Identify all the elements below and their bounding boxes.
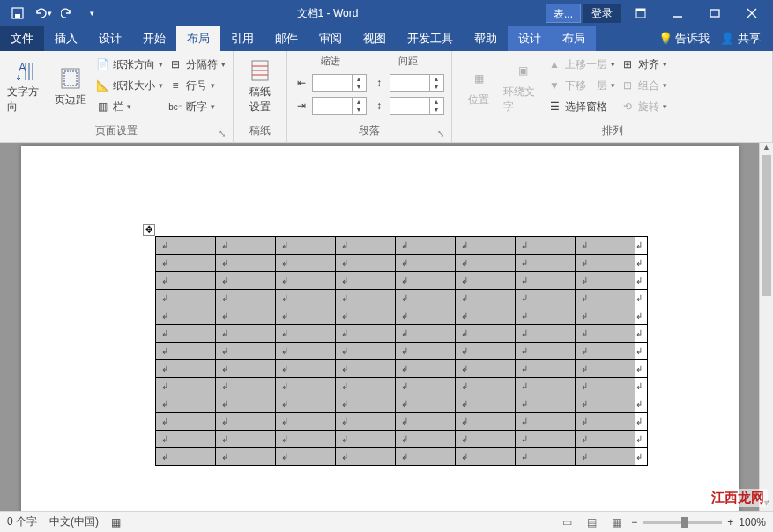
table-cell[interactable]: ↲ (216, 325, 276, 343)
table-cell[interactable]: ↲ (516, 395, 576, 413)
zoom-level[interactable]: 100% (739, 516, 766, 528)
table-cell[interactable]: ↲ (576, 290, 635, 307)
table-cell[interactable]: ↲ (516, 255, 576, 272)
table-move-handle[interactable]: ✥ (143, 224, 155, 236)
table-cell[interactable]: ↲ (276, 325, 336, 343)
orientation-button[interactable]: 📄纸张方向▾ (95, 55, 163, 74)
indent-left-input[interactable]: ▲▼ (312, 74, 367, 92)
table-cell[interactable]: ↲ (336, 272, 396, 290)
table-cell[interactable]: ↲ (156, 378, 216, 395)
table-cell[interactable]: ↲ (276, 360, 336, 378)
indent-right-input[interactable]: ▲▼ (312, 97, 367, 115)
table-cell[interactable]: ↲ (216, 395, 276, 413)
table-cell[interactable]: ↲ (156, 343, 216, 360)
zoom-out-button[interactable]: − (631, 516, 637, 528)
columns-button[interactable]: ▥栏▾ (95, 97, 163, 116)
tab-table-design[interactable]: 设计 (508, 26, 552, 51)
maximize-button[interactable] (697, 0, 732, 26)
table-cell[interactable]: ↲ (396, 395, 456, 413)
tab-references[interactable]: 引用 (220, 26, 264, 51)
group-button[interactable]: ⊡组合▾ (621, 76, 667, 95)
margins-button[interactable]: 页边距 (51, 55, 90, 118)
table-cell[interactable]: ↲ (576, 360, 635, 378)
close-button[interactable] (734, 0, 769, 26)
spacing-before-input[interactable]: ▲▼ (390, 74, 444, 92)
table-cell[interactable]: ↲ (156, 395, 216, 413)
table-cell[interactable]: ↲ (456, 448, 516, 466)
table-cell[interactable]: ↲ (396, 378, 456, 395)
table-cell[interactable]: ↲ (576, 378, 635, 395)
table-cell[interactable]: ↲ (276, 431, 336, 448)
table-cell[interactable]: ↲ (576, 395, 635, 413)
scroll-up-arrow[interactable]: ▲ (760, 143, 773, 155)
table-cell[interactable]: ↲ (576, 255, 635, 272)
table-cell[interactable]: ↲ (156, 360, 216, 378)
table-cell[interactable]: ↲ (576, 343, 635, 360)
table-cell[interactable]: ↲ (156, 431, 216, 448)
tell-me[interactable]: 💡 告诉我 (658, 31, 710, 47)
table-cell[interactable]: ↲ (456, 272, 516, 290)
table-cell[interactable]: ↲ (576, 325, 635, 343)
table-cell[interactable]: ↲ (516, 272, 576, 290)
breaks-button[interactable]: ⊟分隔符▾ (168, 55, 226, 74)
table-cell[interactable]: ↲ (216, 448, 276, 466)
hyphenation-button[interactable]: bc⁻断字▾ (168, 97, 226, 116)
minimize-button[interactable] (660, 0, 695, 26)
table-cell[interactable]: ↲ (156, 448, 216, 466)
table-cell[interactable]: ↲ (276, 378, 336, 395)
table-cell[interactable]: ↲ (156, 237, 216, 255)
table-cell[interactable]: ↲ (456, 290, 516, 307)
table-cell[interactable]: ↲ (216, 237, 276, 255)
table-cell[interactable]: ↲ (516, 237, 576, 255)
zoom-in-button[interactable]: + (727, 516, 733, 528)
table-cell[interactable]: ↲ (456, 255, 516, 272)
document-table[interactable]: ↲↲↲↲↲↲↲↲↲↲↲↲↲↲↲↲↲↲↲↲↲↲↲↲↲↲↲↲↲↲↲↲↲↲↲↲↲↲↲↲… (155, 236, 648, 466)
paragraph-launcher[interactable]: ⤡ (437, 129, 444, 138)
tab-help[interactable]: 帮助 (464, 26, 508, 51)
table-cell[interactable]: ↲ (516, 448, 576, 466)
rotate-button[interactable]: ⟲旋转▾ (621, 97, 667, 116)
redo-button[interactable] (56, 3, 78, 24)
share-button[interactable]: 👤 共享 (720, 31, 761, 47)
tab-design[interactable]: 设计 (88, 26, 132, 51)
tab-review[interactable]: 审阅 (308, 26, 353, 51)
table-cell[interactable]: ↲ (456, 237, 516, 255)
table-cell[interactable]: ↲ (336, 395, 396, 413)
table-cell[interactable]: ↲ (576, 307, 635, 325)
page-setup-launcher[interactable]: ⤡ (219, 129, 226, 138)
spacing-after-input[interactable]: ▲▼ (390, 97, 444, 115)
table-cell[interactable]: ↲ (336, 431, 396, 448)
table-cell[interactable]: ↲ (216, 290, 276, 307)
scroll-thumb[interactable] (762, 155, 771, 296)
table-cell[interactable]: ↲ (516, 290, 576, 307)
table-cell[interactable]: ↲ (276, 237, 336, 255)
position-button[interactable]: ▦ 位置 (459, 55, 498, 118)
qat-customize[interactable]: ▾ (81, 3, 102, 24)
table-cell[interactable]: ↲ (276, 448, 336, 466)
table-cell[interactable]: ↲ (516, 413, 576, 431)
table-cell[interactable]: ↲ (576, 448, 635, 466)
page[interactable]: ✥ ↲↲↲↲↲↲↲↲↲↲↲↲↲↲↲↲↲↲↲↲↲↲↲↲↲↲↲↲↲↲↲↲↲↲↲↲↲↲… (21, 146, 739, 511)
table-cell[interactable]: ↲ (336, 360, 396, 378)
table-cell[interactable]: ↲ (576, 413, 635, 431)
table-cell[interactable]: ↲ (576, 431, 635, 448)
table-cell[interactable]: ↲ (216, 272, 276, 290)
table-cell[interactable]: ↲ (516, 343, 576, 360)
tab-home[interactable]: 开始 (132, 26, 176, 51)
table-cell[interactable]: ↲ (456, 343, 516, 360)
table-cell[interactable]: ↲ (156, 307, 216, 325)
table-cell[interactable]: ↲ (456, 325, 516, 343)
print-layout-button[interactable]: ▤ (582, 514, 601, 530)
tab-layout[interactable]: 布局 (176, 26, 220, 51)
table-cell[interactable]: ↲ (456, 378, 516, 395)
table-cell[interactable]: ↲ (456, 431, 516, 448)
table-cell[interactable]: ↲ (456, 395, 516, 413)
send-backward-button[interactable]: ▼下移一层▾ (547, 76, 615, 95)
table-cell[interactable]: ↲ (396, 360, 456, 378)
ribbon-options-button[interactable] (623, 0, 658, 26)
manuscript-setup-button[interactable]: 稿纸 设置 (241, 55, 279, 118)
table-cell[interactable]: ↲ (516, 307, 576, 325)
vertical-scrollbar[interactable]: ▲ ▼ (759, 143, 773, 511)
table-cell[interactable]: ↲ (396, 431, 456, 448)
table-cell[interactable]: ↲ (516, 378, 576, 395)
